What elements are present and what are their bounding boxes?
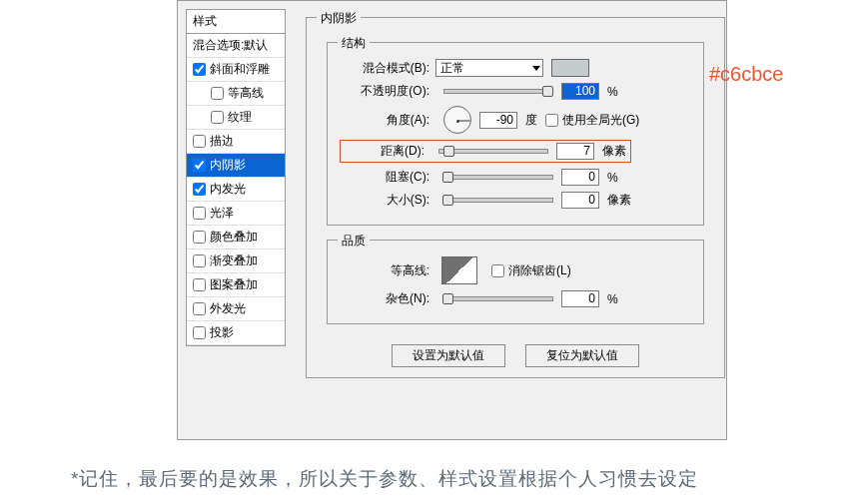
style-item-1[interactable]: 斜面和浮雕: [187, 58, 285, 82]
distance-highlight: 距离(D): 7 像素: [340, 140, 631, 163]
style-item-4[interactable]: 描边: [187, 130, 285, 154]
noise-slider[interactable]: [443, 296, 553, 301]
style-item-10[interactable]: 图案叠加: [187, 273, 285, 297]
style-item-3[interactable]: 纹理: [187, 106, 285, 130]
style-item-5[interactable]: 内阴影: [187, 154, 285, 178]
style-checkbox-7[interactable]: [193, 207, 206, 220]
style-checkbox-6[interactable]: [193, 183, 206, 196]
layer-style-dialog: 样式 混合选项:默认斜面和浮雕等高线纹理描边内阴影内发光光泽颜色叠加渐变叠加图案…: [177, 0, 727, 440]
inner-shadow-panel: 内阴影 结构 混合模式(B): 正常 不透明度(O): 100 % 角度(A):: [306, 17, 725, 378]
style-item-8[interactable]: 颜色叠加: [187, 226, 285, 250]
noise-label: 杂色(N):: [340, 290, 429, 307]
structure-legend: 结构: [338, 35, 370, 52]
contour-picker[interactable]: [441, 256, 477, 284]
style-checkbox-12[interactable]: [193, 326, 206, 339]
color-annotation: #c6cbce: [709, 63, 784, 86]
noise-input[interactable]: 0: [561, 290, 599, 307]
size-unit: 像素: [607, 192, 631, 209]
reset-default-button[interactable]: 复位为默认值: [525, 344, 639, 367]
size-input[interactable]: 0: [561, 192, 599, 209]
footer-note: *记住，最后要的是效果，所以关于参数、样式设置根据个人习惯去设定: [71, 466, 698, 492]
style-label-12: 投影: [210, 324, 234, 341]
shadow-color-swatch[interactable]: [551, 59, 589, 77]
antialias-checkbox[interactable]: 消除锯齿(L): [491, 262, 571, 279]
style-checkbox-8[interactable]: [193, 231, 206, 244]
angle-dial[interactable]: [443, 106, 471, 134]
style-checkbox-9[interactable]: [193, 254, 206, 267]
style-label-10: 图案叠加: [210, 276, 258, 293]
style-label-3: 纹理: [228, 109, 252, 126]
styles-list: 混合选项:默认斜面和浮雕等高线纹理描边内阴影内发光光泽颜色叠加渐变叠加图案叠加外…: [186, 34, 286, 346]
style-label-7: 光泽: [210, 205, 234, 222]
opacity-label: 不透明度(O):: [340, 83, 429, 100]
style-item-6[interactable]: 内发光: [187, 178, 285, 202]
size-label: 大小(S):: [340, 192, 429, 209]
style-label-4: 描边: [210, 133, 234, 150]
style-item-11[interactable]: 外发光: [187, 297, 285, 321]
style-checkbox-4[interactable]: [193, 135, 206, 148]
style-item-7[interactable]: 光泽: [187, 202, 285, 226]
style-item-2[interactable]: 等高线: [187, 82, 285, 106]
style-label-1: 斜面和浮雕: [210, 61, 270, 78]
choke-label: 阻塞(C):: [340, 169, 429, 186]
chevron-down-icon: [532, 66, 540, 71]
distance-input[interactable]: 7: [556, 143, 594, 160]
angle-label: 角度(A):: [340, 112, 429, 129]
choke-input[interactable]: 0: [561, 169, 599, 186]
opacity-slider[interactable]: [443, 89, 553, 94]
style-checkbox-1[interactable]: [193, 63, 206, 76]
set-default-button[interactable]: 设置为默认值: [392, 344, 505, 367]
quality-fieldset: 品质 等高线: 消除锯齿(L) 杂色(N): 0 %: [327, 240, 704, 324]
style-item-0[interactable]: 混合选项:默认: [187, 34, 285, 58]
style-label-6: 内发光: [210, 181, 246, 198]
angle-input[interactable]: -90: [479, 112, 517, 129]
opacity-unit: %: [607, 85, 618, 99]
distance-label: 距离(D):: [345, 143, 424, 160]
blend-mode-label: 混合模式(B):: [340, 60, 429, 77]
style-label-11: 外发光: [210, 300, 246, 317]
structure-fieldset: 结构 混合模式(B): 正常 不透明度(O): 100 % 角度(A): -90: [327, 42, 704, 226]
styles-panel: 样式 混合选项:默认斜面和浮雕等高线纹理描边内阴影内发光光泽颜色叠加渐变叠加图案…: [186, 9, 286, 346]
style-checkbox-11[interactable]: [193, 302, 206, 315]
opacity-input[interactable]: 100: [561, 83, 599, 100]
style-item-12[interactable]: 投影: [187, 321, 285, 345]
distance-unit: 像素: [602, 143, 626, 160]
style-checkbox-2[interactable]: [211, 87, 224, 100]
blend-mode-value: 正常: [440, 60, 464, 77]
style-checkbox-5[interactable]: [193, 159, 206, 172]
style-label-9: 渐变叠加: [210, 252, 258, 269]
contour-label: 等高线:: [340, 262, 429, 279]
styles-header: 样式: [186, 9, 286, 34]
panel-title: 内阴影: [317, 10, 361, 27]
style-label-5: 内阴影: [210, 157, 246, 174]
angle-unit: 度: [525, 112, 537, 129]
noise-unit: %: [607, 292, 618, 306]
choke-slider[interactable]: [443, 175, 553, 180]
style-item-9[interactable]: 渐变叠加: [187, 250, 285, 273]
style-checkbox-3[interactable]: [211, 111, 224, 124]
choke-unit: %: [607, 171, 618, 185]
style-label-2: 等高线: [228, 85, 264, 102]
blend-mode-select[interactable]: 正常: [435, 59, 543, 77]
quality-legend: 品质: [338, 233, 370, 250]
size-slider[interactable]: [443, 198, 553, 203]
style-checkbox-10[interactable]: [193, 278, 206, 291]
style-label-0: 混合选项:默认: [193, 37, 268, 54]
global-light-checkbox[interactable]: 使用全局光(G): [545, 112, 639, 129]
distance-slider[interactable]: [438, 149, 548, 154]
style-label-8: 颜色叠加: [210, 229, 258, 246]
